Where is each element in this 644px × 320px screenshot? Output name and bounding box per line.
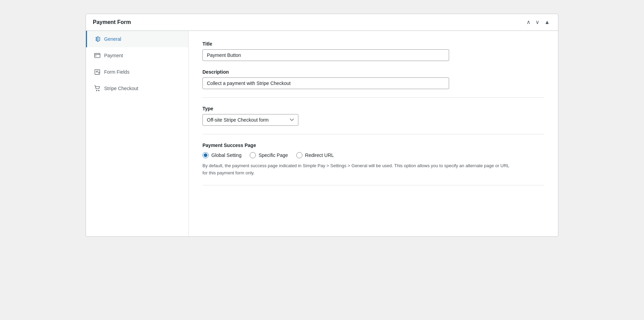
success-page-help-text: By default, the payment success page ind…: [202, 162, 511, 177]
radio-label-redirect: Redirect URL: [305, 152, 334, 158]
title-input[interactable]: [202, 49, 449, 61]
sidebar-item-stripe-checkout[interactable]: Stripe Checkout: [86, 80, 188, 97]
move-up-button[interactable]: ∧: [525, 19, 532, 26]
radio-group-success-page: Global Setting Specific Page Redirect UR…: [202, 152, 544, 158]
panel-controls: ∧ ∨ ▲: [525, 19, 551, 26]
divider-1: [202, 97, 544, 98]
payment-success-title: Payment Success Page: [202, 143, 544, 148]
sidebar-label-stripe-checkout: Stripe Checkout: [104, 86, 138, 91]
radio-label-global: Global Setting: [211, 152, 242, 158]
content-area: Title Description Type Off-site Stripe C…: [189, 31, 558, 236]
sidebar-item-general[interactable]: General: [86, 31, 188, 47]
sidebar: General Payment: [86, 31, 189, 236]
description-field-group: Description: [202, 69, 544, 89]
payment-success-group: Payment Success Page Global Setting Spec…: [202, 143, 544, 177]
sidebar-label-payment: Payment: [104, 53, 123, 58]
gear-icon: [94, 36, 101, 42]
radio-option-specific[interactable]: Specific Page: [250, 152, 288, 158]
credit-card-icon: [94, 52, 101, 59]
type-label: Type: [202, 106, 544, 111]
radio-label-specific: Specific Page: [259, 152, 288, 158]
radio-option-redirect[interactable]: Redirect URL: [296, 152, 334, 158]
radio-global[interactable]: [202, 152, 209, 158]
sidebar-item-payment[interactable]: Payment: [86, 47, 188, 64]
divider-3: [202, 185, 544, 185]
radio-specific[interactable]: [250, 152, 256, 158]
description-label: Description: [202, 69, 544, 75]
collapse-button[interactable]: ▲: [543, 19, 551, 26]
panel-header: Payment Form ∧ ∨ ▲: [86, 14, 558, 31]
sidebar-label-form-fields: Form Fields: [104, 69, 129, 75]
svg-point-4: [96, 90, 97, 91]
title-field-group: Title: [202, 41, 544, 61]
panel-body: General Payment: [86, 31, 558, 236]
sidebar-label-general: General: [104, 36, 121, 42]
svg-rect-0: [95, 53, 100, 58]
sidebar-item-form-fields[interactable]: Form Fields: [86, 64, 188, 80]
form-fields-icon: [94, 69, 101, 75]
svg-rect-2: [95, 56, 97, 56]
divider-2: [202, 134, 544, 134]
move-down-button[interactable]: ∨: [534, 19, 541, 26]
cart-icon: [94, 85, 101, 92]
collapse-icon: ▲: [544, 19, 550, 25]
description-input[interactable]: [202, 77, 449, 89]
down-arrow-icon: ∨: [535, 19, 540, 25]
svg-point-5: [98, 90, 99, 91]
up-arrow-icon: ∧: [527, 19, 531, 25]
type-field-group: Type Off-site Stripe Checkout form: [202, 106, 544, 126]
radio-redirect[interactable]: [296, 152, 302, 158]
panel-title: Payment Form: [93, 19, 131, 25]
title-label: Title: [202, 41, 544, 47]
type-select[interactable]: Off-site Stripe Checkout form: [202, 114, 298, 126]
payment-form-panel: Payment Form ∧ ∨ ▲: [86, 14, 558, 237]
radio-option-global[interactable]: Global Setting: [202, 152, 242, 158]
